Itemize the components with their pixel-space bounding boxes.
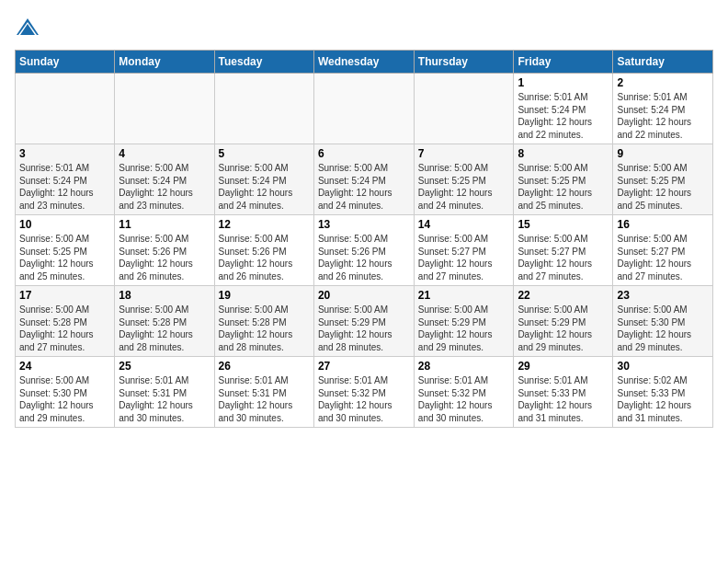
calendar-cell: 6Sunrise: 5:00 AM Sunset: 5:24 PM Daylig… xyxy=(313,144,414,215)
calendar-cell: 23Sunrise: 5:00 AM Sunset: 5:30 PM Dayli… xyxy=(613,286,713,357)
day-number: 2 xyxy=(617,76,709,89)
calendar-week-row: 1Sunrise: 5:01 AM Sunset: 5:24 PM Daylig… xyxy=(16,74,713,144)
calendar-cell: 2Sunrise: 5:01 AM Sunset: 5:24 PM Daylig… xyxy=(613,74,713,144)
day-info: Sunrise: 5:02 AM Sunset: 5:33 PM Dayligh… xyxy=(617,374,709,424)
calendar-cell: 16Sunrise: 5:00 AM Sunset: 5:27 PM Dayli… xyxy=(613,215,713,286)
day-number: 6 xyxy=(318,147,410,160)
day-number: 30 xyxy=(617,360,709,373)
calendar-cell: 19Sunrise: 5:00 AM Sunset: 5:28 PM Dayli… xyxy=(214,286,313,357)
day-number: 20 xyxy=(318,289,410,302)
day-number: 12 xyxy=(219,218,310,231)
weekday-header-thursday: Thursday xyxy=(414,51,514,74)
day-number: 1 xyxy=(518,76,609,89)
day-info: Sunrise: 5:00 AM Sunset: 5:29 PM Dayligh… xyxy=(418,304,510,353)
day-info: Sunrise: 5:00 AM Sunset: 5:27 PM Dayligh… xyxy=(518,233,609,282)
day-number: 13 xyxy=(318,218,410,231)
calendar-cell: 20Sunrise: 5:00 AM Sunset: 5:29 PM Dayli… xyxy=(313,286,414,357)
calendar-cell xyxy=(16,74,115,144)
weekday-header-sunday: Sunday xyxy=(16,51,115,74)
day-info: Sunrise: 5:00 AM Sunset: 5:25 PM Dayligh… xyxy=(518,162,609,212)
calendar-cell: 14Sunrise: 5:00 AM Sunset: 5:27 PM Dayli… xyxy=(414,215,514,286)
calendar-week-row: 3Sunrise: 5:01 AM Sunset: 5:24 PM Daylig… xyxy=(16,144,713,215)
day-number: 17 xyxy=(19,289,110,302)
calendar-cell: 8Sunrise: 5:00 AM Sunset: 5:25 PM Daylig… xyxy=(514,144,613,215)
day-info: Sunrise: 5:00 AM Sunset: 5:26 PM Dayligh… xyxy=(219,233,310,282)
day-number: 28 xyxy=(418,360,510,373)
calendar-cell: 15Sunrise: 5:00 AM Sunset: 5:27 PM Dayli… xyxy=(514,215,613,286)
calendar-week-row: 17Sunrise: 5:00 AM Sunset: 5:28 PM Dayli… xyxy=(16,286,713,357)
day-number: 4 xyxy=(119,147,210,160)
calendar-cell: 13Sunrise: 5:00 AM Sunset: 5:26 PM Dayli… xyxy=(313,215,414,286)
day-info: Sunrise: 5:00 AM Sunset: 5:25 PM Dayligh… xyxy=(418,162,510,212)
calendar-cell: 17Sunrise: 5:00 AM Sunset: 5:28 PM Dayli… xyxy=(16,286,115,357)
day-info: Sunrise: 5:00 AM Sunset: 5:27 PM Dayligh… xyxy=(418,233,510,282)
day-info: Sunrise: 5:00 AM Sunset: 5:24 PM Dayligh… xyxy=(119,162,210,212)
day-info: Sunrise: 5:00 AM Sunset: 5:27 PM Dayligh… xyxy=(617,233,709,282)
calendar-cell: 30Sunrise: 5:02 AM Sunset: 5:33 PM Dayli… xyxy=(613,357,713,428)
day-number: 8 xyxy=(518,147,609,160)
day-info: Sunrise: 5:00 AM Sunset: 5:25 PM Dayligh… xyxy=(19,233,110,282)
day-number: 23 xyxy=(617,289,709,302)
calendar-cell: 11Sunrise: 5:00 AM Sunset: 5:26 PM Dayli… xyxy=(115,215,214,286)
calendar-cell: 5Sunrise: 5:00 AM Sunset: 5:24 PM Daylig… xyxy=(214,144,313,215)
day-info: Sunrise: 5:00 AM Sunset: 5:29 PM Dayligh… xyxy=(318,304,410,353)
calendar-cell: 27Sunrise: 5:01 AM Sunset: 5:32 PM Dayli… xyxy=(313,357,414,428)
calendar-cell xyxy=(115,74,214,144)
day-number: 27 xyxy=(318,360,410,373)
calendar-cell xyxy=(313,74,414,144)
day-info: Sunrise: 5:00 AM Sunset: 5:30 PM Dayligh… xyxy=(617,304,709,353)
calendar-cell: 28Sunrise: 5:01 AM Sunset: 5:32 PM Dayli… xyxy=(414,357,514,428)
calendar-cell xyxy=(414,74,514,144)
day-number: 5 xyxy=(219,147,310,160)
day-info: Sunrise: 5:01 AM Sunset: 5:24 PM Dayligh… xyxy=(617,91,709,141)
day-info: Sunrise: 5:00 AM Sunset: 5:28 PM Dayligh… xyxy=(219,304,310,353)
day-number: 21 xyxy=(418,289,510,302)
day-number: 14 xyxy=(418,218,510,231)
weekday-header-row: SundayMondayTuesdayWednesdayThursdayFrid… xyxy=(16,51,713,74)
calendar-cell xyxy=(214,74,313,144)
day-number: 11 xyxy=(119,218,210,231)
weekday-header-wednesday: Wednesday xyxy=(313,51,414,74)
calendar-week-row: 24Sunrise: 5:00 AM Sunset: 5:30 PM Dayli… xyxy=(16,357,713,428)
day-number: 19 xyxy=(219,289,310,302)
calendar-cell: 1Sunrise: 5:01 AM Sunset: 5:24 PM Daylig… xyxy=(514,74,613,144)
calendar-table: SundayMondayTuesdayWednesdayThursdayFrid… xyxy=(15,50,713,428)
day-info: Sunrise: 5:00 AM Sunset: 5:28 PM Dayligh… xyxy=(119,304,210,353)
calendar-cell: 12Sunrise: 5:00 AM Sunset: 5:26 PM Dayli… xyxy=(214,215,313,286)
calendar-cell: 4Sunrise: 5:00 AM Sunset: 5:24 PM Daylig… xyxy=(115,144,214,215)
day-info: Sunrise: 5:00 AM Sunset: 5:26 PM Dayligh… xyxy=(119,233,210,282)
day-info: Sunrise: 5:01 AM Sunset: 5:31 PM Dayligh… xyxy=(219,374,310,424)
day-number: 29 xyxy=(518,360,609,373)
day-info: Sunrise: 5:01 AM Sunset: 5:32 PM Dayligh… xyxy=(418,374,510,424)
day-info: Sunrise: 5:00 AM Sunset: 5:26 PM Dayligh… xyxy=(318,233,410,282)
logo-icon xyxy=(15,15,40,40)
day-number: 18 xyxy=(119,289,210,302)
day-info: Sunrise: 5:00 AM Sunset: 5:29 PM Dayligh… xyxy=(518,304,609,353)
calendar-cell: 29Sunrise: 5:01 AM Sunset: 5:33 PM Dayli… xyxy=(514,357,613,428)
day-number: 22 xyxy=(518,289,609,302)
day-number: 15 xyxy=(518,218,609,231)
day-info: Sunrise: 5:00 AM Sunset: 5:30 PM Dayligh… xyxy=(19,374,110,424)
calendar-cell: 7Sunrise: 5:00 AM Sunset: 5:25 PM Daylig… xyxy=(414,144,514,215)
calendar-cell: 24Sunrise: 5:00 AM Sunset: 5:30 PM Dayli… xyxy=(16,357,115,428)
weekday-header-tuesday: Tuesday xyxy=(214,51,313,74)
day-number: 10 xyxy=(19,218,110,231)
logo xyxy=(15,15,44,40)
day-number: 3 xyxy=(19,147,110,160)
header xyxy=(15,15,713,40)
day-info: Sunrise: 5:00 AM Sunset: 5:24 PM Dayligh… xyxy=(318,162,410,212)
calendar-cell: 3Sunrise: 5:01 AM Sunset: 5:24 PM Daylig… xyxy=(16,144,115,215)
day-info: Sunrise: 5:01 AM Sunset: 5:31 PM Dayligh… xyxy=(119,374,210,424)
weekday-header-saturday: Saturday xyxy=(613,51,713,74)
day-number: 24 xyxy=(19,360,110,373)
calendar-cell: 22Sunrise: 5:00 AM Sunset: 5:29 PM Dayli… xyxy=(514,286,613,357)
calendar-cell: 9Sunrise: 5:00 AM Sunset: 5:25 PM Daylig… xyxy=(613,144,713,215)
day-info: Sunrise: 5:01 AM Sunset: 5:32 PM Dayligh… xyxy=(318,374,410,424)
day-info: Sunrise: 5:01 AM Sunset: 5:24 PM Dayligh… xyxy=(518,91,609,141)
calendar-cell: 25Sunrise: 5:01 AM Sunset: 5:31 PM Dayli… xyxy=(115,357,214,428)
day-number: 16 xyxy=(617,218,709,231)
calendar-cell: 26Sunrise: 5:01 AM Sunset: 5:31 PM Dayli… xyxy=(214,357,313,428)
day-info: Sunrise: 5:00 AM Sunset: 5:25 PM Dayligh… xyxy=(617,162,709,212)
day-info: Sunrise: 5:01 AM Sunset: 5:24 PM Dayligh… xyxy=(19,162,110,212)
day-number: 26 xyxy=(219,360,310,373)
